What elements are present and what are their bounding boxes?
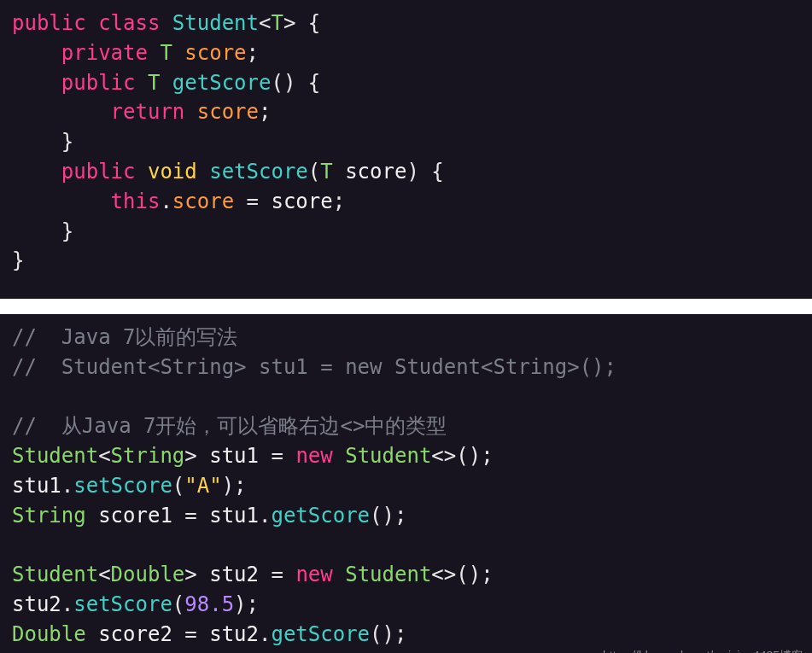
- type-string: String: [111, 444, 185, 468]
- indent: [12, 71, 61, 95]
- line: return score;: [12, 100, 271, 124]
- comment-line: // Java 7以前的写法: [12, 325, 238, 349]
- semi: ;: [394, 504, 406, 528]
- type-double: Double: [111, 563, 185, 586]
- line: }: [12, 248, 24, 272]
- type-student: Student: [12, 563, 98, 586]
- type-double: Double: [12, 622, 86, 646]
- var-stu2: stu2: [209, 622, 259, 646]
- lparen: (: [172, 592, 184, 616]
- string-literal: "A": [184, 474, 221, 498]
- type: T: [320, 160, 332, 184]
- type-param: T: [271, 11, 283, 35]
- line: private T score;: [12, 41, 259, 65]
- line: }: [12, 219, 73, 243]
- semi: ;: [333, 189, 345, 213]
- line: this.score = score;: [12, 189, 345, 213]
- var-stu1: stu1: [209, 504, 259, 528]
- semi: ;: [247, 41, 259, 65]
- var-stu1: stu1: [12, 474, 61, 498]
- keyword-private: private: [61, 41, 148, 65]
- indent: [12, 189, 111, 213]
- dot: .: [259, 622, 271, 646]
- parens: (): [456, 563, 481, 586]
- parens: (): [271, 71, 295, 95]
- brace: }: [61, 219, 73, 243]
- indent: [12, 41, 61, 65]
- line: stu2.setScore(98.5);: [12, 592, 259, 616]
- lt: <: [98, 444, 110, 468]
- block-gap: [0, 299, 812, 314]
- lparen: (: [172, 474, 184, 498]
- line: Student<String> stu1 = new Student<>();: [12, 444, 494, 468]
- eq: =: [184, 622, 209, 646]
- field-score: score: [172, 189, 234, 213]
- semi: ;: [259, 100, 271, 124]
- keyword-class: class: [98, 11, 160, 35]
- call-getscore: getScore: [271, 504, 370, 528]
- field-score: score: [197, 100, 259, 124]
- var-score2: score2: [86, 622, 185, 646]
- indent: [12, 130, 61, 154]
- keyword-void: void: [148, 160, 197, 184]
- eq: =: [271, 563, 295, 586]
- field-score: score: [184, 41, 246, 65]
- brace: }: [12, 248, 24, 272]
- comment-line: // 从Java 7开始，可以省略右边<>中的类型: [12, 414, 447, 438]
- call-setscore: setScore: [73, 474, 172, 498]
- keyword-this: this: [111, 189, 161, 213]
- watermark-text: https://blog.csdn.net/weixin_4485博客: [603, 647, 803, 653]
- brace: {: [295, 71, 320, 95]
- lt: <: [259, 11, 271, 35]
- rhs-score: score: [271, 189, 332, 213]
- brace: {: [295, 11, 320, 35]
- lt: <: [98, 563, 110, 586]
- gt: >: [184, 444, 196, 468]
- semi: ;: [481, 563, 493, 586]
- ctor-student: Student: [345, 444, 431, 468]
- line: Double score2 = stu2.getScore();: [12, 622, 406, 646]
- keyword-public: public: [61, 71, 136, 95]
- line: String score1 = stu1.getScore();: [12, 504, 406, 528]
- dot: .: [160, 189, 172, 213]
- var-stu2: stu2: [12, 592, 61, 616]
- eq: =: [184, 504, 209, 528]
- rparen: ): [222, 474, 234, 498]
- line: public T getScore() {: [12, 71, 320, 95]
- line: }: [12, 130, 73, 154]
- rparen: ): [234, 592, 246, 616]
- line: Student<Double> stu2 = new Student<>();: [12, 563, 494, 586]
- method-setscore: setScore: [209, 160, 308, 184]
- brace: }: [61, 130, 73, 154]
- keyword-public: public: [61, 160, 136, 184]
- lparen: (: [308, 160, 320, 184]
- type-student: Student: [12, 444, 98, 468]
- dot: .: [259, 504, 271, 528]
- var-stu2: stu2: [197, 563, 272, 586]
- call-setscore: setScore: [73, 592, 172, 616]
- type: T: [160, 41, 172, 65]
- comment-line: // Student<String> stu1 = new Student<St…: [12, 355, 616, 379]
- var-stu1: stu1: [197, 444, 272, 468]
- keyword-public: public: [12, 11, 86, 35]
- parens: (): [456, 444, 481, 468]
- keyword-new: new: [295, 444, 332, 468]
- semi: ;: [481, 444, 493, 468]
- gt: >: [184, 563, 196, 586]
- ctor-student: Student: [345, 563, 431, 586]
- call-getscore: getScore: [271, 622, 370, 646]
- line: public class Student<T> {: [12, 11, 320, 35]
- method-getscore: getScore: [172, 71, 272, 95]
- type-string: String: [12, 504, 86, 528]
- line: stu1.setScore("A");: [12, 474, 247, 498]
- indent: [12, 160, 61, 184]
- space: [333, 563, 345, 586]
- class-name: Student: [172, 11, 259, 35]
- space: [333, 444, 345, 468]
- semi: ;: [234, 474, 246, 498]
- semi: ;: [394, 622, 406, 646]
- dot: .: [61, 474, 73, 498]
- number-literal: 98.5: [184, 592, 234, 616]
- keyword-new: new: [295, 563, 332, 586]
- diamond: <>: [431, 563, 456, 586]
